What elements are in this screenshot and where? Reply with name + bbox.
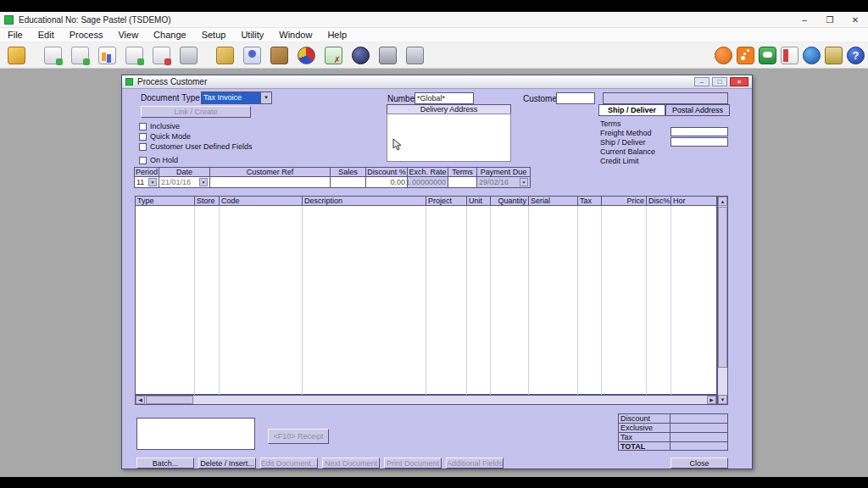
customer-name-display	[603, 92, 728, 104]
document-type-select[interactable]: Tax Invoice ▼	[201, 92, 272, 104]
scroll-up-icon[interactable]: ▲	[718, 197, 727, 206]
camera-icon[interactable]	[379, 47, 397, 64]
email-document-icon[interactable]	[71, 47, 89, 64]
menu-setup[interactable]: Setup	[194, 28, 234, 42]
tab-ship-deliver[interactable]: Ship / Deliver	[598, 104, 665, 116]
quick-mode-checkbox-row: Quick Mode	[139, 132, 191, 141]
f10-receipt-button[interactable]: <F10> Receipt	[268, 429, 329, 444]
grid-col-quantity: Quantity	[491, 196, 529, 206]
on-hold-checkbox[interactable]	[139, 157, 147, 164]
date-dropdown-icon[interactable]: ▼	[199, 178, 208, 186]
quick-mode-label: Quick Mode	[150, 132, 191, 141]
app-title: Educational No: Sage Pastel (TSDEMO)	[19, 15, 171, 25]
customer-udf-checkbox[interactable]	[139, 143, 147, 151]
customer-label: Customer	[523, 94, 559, 103]
next-document-button[interactable]: Next Document	[322, 458, 380, 469]
current-balance-label: Current Balance	[600, 147, 655, 156]
export-document-icon[interactable]	[44, 47, 62, 64]
scroll-down-icon[interactable]: ▼	[718, 395, 727, 404]
customer-time-icon[interactable]	[243, 47, 261, 64]
inclusive-checkbox[interactable]	[139, 123, 147, 130]
store-icon[interactable]	[825, 47, 843, 64]
chat-icon[interactable]	[759, 47, 776, 64]
menu-utility[interactable]: Utility	[233, 28, 271, 42]
ship-deliver-input[interactable]	[670, 137, 728, 147]
exclusive-total-value	[670, 423, 728, 432]
window-controls: – □ ×	[694, 77, 748, 86]
delete-insert-button[interactable]: Delete / Insert...	[198, 458, 256, 469]
credit-limit-label: Credit Limit	[600, 157, 639, 165]
date-value-cell[interactable]: 21/01/16 ▼	[159, 176, 210, 188]
mouse-cursor-icon	[392, 138, 403, 151]
scroll-left-icon[interactable]: ◀	[136, 396, 145, 404]
grid-horizontal-scrollbar[interactable]: ◀ ▶	[135, 395, 717, 405]
process-customer-titlebar[interactable]: Process Customer – □ ×	[122, 75, 752, 89]
import-document-icon[interactable]	[125, 47, 143, 64]
menu-process[interactable]: Process	[62, 28, 111, 42]
menu-edit[interactable]: Edit	[31, 28, 62, 42]
menu-file[interactable]: File	[0, 28, 31, 42]
grid-vertical-scrollbar[interactable]: ▲ ▼	[717, 196, 728, 405]
print-document-button[interactable]: Print Document	[384, 458, 442, 469]
app-titlebar: Educational No: Sage Pastel (TSDEMO) – ❐…	[0, 12, 868, 28]
grand-total-value	[670, 441, 728, 451]
discount-value-cell[interactable]: 0.00	[366, 176, 408, 188]
discount-icon[interactable]	[216, 47, 234, 64]
payment-due-dropdown-icon[interactable]: ▼	[520, 178, 528, 186]
rss-feed-icon[interactable]	[737, 47, 754, 64]
customer-code-input[interactable]	[556, 92, 595, 104]
menu-change[interactable]: Change	[146, 28, 194, 42]
chart-icon[interactable]	[98, 47, 116, 64]
tax-total-label: Tax	[618, 432, 670, 441]
period-value-cell[interactable]: 11 ▼	[134, 176, 159, 188]
pie-chart-icon[interactable]	[298, 47, 315, 64]
batch-button[interactable]: Batch...	[136, 458, 194, 469]
sales-code-value-cell[interactable]	[331, 176, 366, 188]
tab-postal-address[interactable]: Postal Address	[665, 104, 730, 116]
grid-column-line	[647, 206, 671, 395]
web-globe-icon[interactable]	[803, 47, 821, 64]
quick-mode-checkbox[interactable]	[139, 133, 147, 141]
report-globe-icon[interactable]	[352, 47, 370, 64]
payment-due-value-cell[interactable]: 29/02/16 ▼	[477, 176, 531, 188]
sports-ball-icon[interactable]	[715, 47, 732, 64]
inclusive-label: Inclusive	[150, 122, 180, 130]
edit-document-button[interactable]: Edit Document...	[260, 458, 318, 469]
inventory-box-icon[interactable]	[270, 47, 288, 64]
link-create-button[interactable]: Link / Create	[141, 106, 251, 118]
vertical-scroll-thumb[interactable]	[718, 207, 727, 368]
news-document-icon[interactable]	[781, 47, 798, 64]
number-input[interactable]	[415, 92, 474, 104]
menu-window[interactable]: Window	[271, 28, 320, 42]
open-folder-icon[interactable]	[8, 47, 25, 64]
spreadsheet-export-icon[interactable]	[325, 47, 342, 64]
menu-help[interactable]: Help	[320, 28, 354, 42]
terms-value-cell[interactable]	[448, 176, 477, 188]
total-row-tax: Tax	[618, 432, 728, 441]
document-type-dropdown-icon[interactable]: ▼	[260, 92, 271, 103]
app-minimize-button[interactable]: –	[792, 12, 817, 27]
edit-document-icon[interactable]	[153, 47, 170, 64]
app-maximize-button[interactable]: ❐	[817, 12, 843, 27]
freight-method-input[interactable]	[670, 127, 728, 136]
menu-view[interactable]: View	[110, 28, 146, 42]
calculator-icon[interactable]	[180, 47, 198, 64]
printer-icon[interactable]	[406, 47, 424, 64]
period-dropdown-icon[interactable]: ▼	[148, 178, 157, 186]
delivery-address-box[interactable]	[387, 114, 511, 162]
on-hold-label: On Hold	[150, 156, 178, 164]
menubar: File Edit Process View Change Setup Util…	[0, 28, 868, 42]
message-note-box[interactable]	[136, 418, 255, 450]
horizontal-scroll-thumb[interactable]	[146, 396, 193, 404]
grid-column-line	[135, 206, 195, 395]
app-close-button[interactable]: ✕	[843, 12, 868, 27]
ship-deliver-label: Ship / Deliver	[600, 138, 646, 147]
close-button[interactable]: Close	[670, 458, 728, 469]
customer-ref-value-cell[interactable]	[210, 176, 331, 188]
window-close-button[interactable]: ×	[730, 77, 748, 86]
window-maximize-button[interactable]: □	[712, 77, 727, 86]
window-minimize-button[interactable]: –	[694, 77, 709, 86]
help-icon[interactable]: ?	[847, 47, 865, 64]
additional-fields-button[interactable]: Additional Fields	[446, 458, 504, 469]
scroll-right-icon[interactable]: ▶	[707, 396, 716, 404]
